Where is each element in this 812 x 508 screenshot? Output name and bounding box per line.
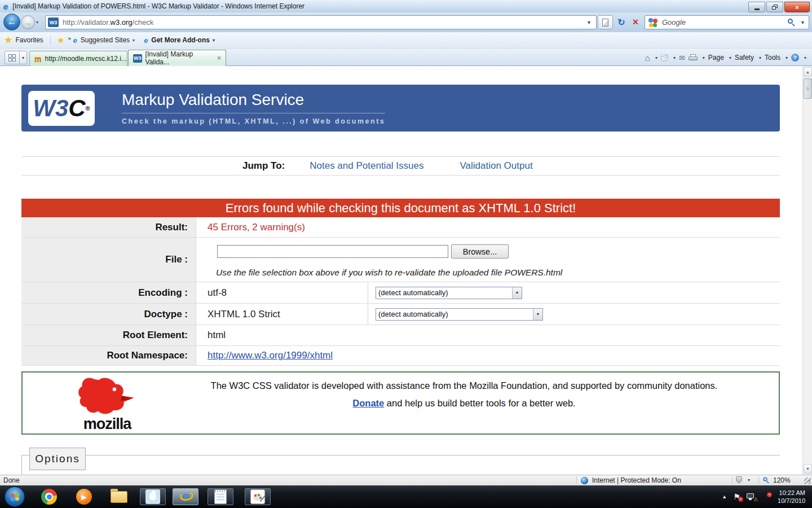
tab-label: [Invalid] Markup Valida...	[145, 50, 213, 66]
get-more-addons-button[interactable]: e Get More Add-ons ▾	[139, 34, 219, 46]
suggested-sites-button[interactable]: e Suggested Sites ▾	[68, 34, 139, 46]
help-icon: ?	[791, 54, 799, 62]
chevron-down-icon: ▾	[748, 478, 750, 483]
feeds-button[interactable]: ▾	[661, 54, 676, 62]
action-center-icon[interactable]: ⚑×	[732, 492, 742, 501]
vertical-scrollbar[interactable]: ▲ ≡ ▼	[802, 66, 812, 475]
browse-button[interactable]: Browse...	[451, 244, 509, 259]
mozilla-line2: Donate and help us build better tools fo…	[161, 398, 767, 409]
warning-icon: ⚠	[753, 497, 758, 502]
mail-icon: ✉	[679, 54, 685, 62]
donate-link[interactable]: Donate	[352, 398, 384, 408]
tools-menu-label: Tools	[765, 54, 780, 62]
compatibility-view-button[interactable]	[598, 15, 613, 29]
tab-moodle[interactable]: m http://moodle.mvcsc.k12.i...	[29, 51, 127, 66]
result-value: 45 Errors, 2 warning(s)	[208, 217, 305, 237]
select-dropdown-icon[interactable]: ▼	[512, 287, 522, 299]
encoding-select-value: (detect automatically)	[376, 288, 448, 297]
ie-logo-icon: e	[3, 2, 8, 11]
network-status-icon[interactable]: ⚠	[747, 493, 756, 501]
forward-button[interactable]: →	[21, 15, 35, 29]
divider	[732, 476, 732, 484]
taskbar: ▶ e ▲ ⚑× ⚠ × 10:22 AM 10/7/2010	[0, 485, 812, 508]
add-to-favorites-bar-button[interactable]: ★ ▸	[53, 34, 69, 46]
tab-validator-active[interactable]: W3 [Invalid] Markup Valida... ×	[128, 50, 226, 66]
suggested-sites-label: Suggested Sites	[81, 36, 130, 44]
zoom-level-button[interactable]: 120% ▾	[762, 476, 810, 484]
taskbar-ie-button-active[interactable]: e	[173, 488, 198, 505]
home-button[interactable]: ⌂ ▾	[645, 53, 657, 63]
safety-menu-button[interactable]: Safety ▾	[735, 54, 761, 62]
error-badge: ×	[738, 497, 743, 502]
favorites-button[interactable]: ★ Favorites	[0, 34, 48, 46]
chevron-down-icon: ▾	[655, 55, 657, 60]
chevron-down-icon: ▾	[213, 38, 215, 43]
printer-icon	[689, 54, 698, 62]
divider	[50, 35, 51, 45]
rss-feed-icon	[661, 54, 668, 62]
read-mail-button[interactable]: ✉	[679, 54, 685, 62]
muted-badge: ×	[767, 492, 772, 497]
tab-list-dropdown[interactable]: ▾	[20, 51, 27, 64]
page-menu-button[interactable]: Page ▾	[708, 54, 731, 62]
resize-grip[interactable]	[804, 478, 811, 484]
options-legend[interactable]: Options	[29, 448, 86, 470]
scrollbar-up-button[interactable]: ▲	[804, 67, 812, 77]
stop-button[interactable]: ×	[629, 15, 642, 29]
quick-tabs-button[interactable]	[5, 51, 20, 64]
table-row-encoding: Encoding : utf-8 (detect automatically) …	[21, 282, 780, 304]
search-icon[interactable]	[788, 19, 796, 27]
link-notes-and-potential-issues[interactable]: Notes and Potential Issues	[310, 160, 423, 172]
start-button[interactable]	[5, 487, 25, 507]
taskbar-clock[interactable]: 10:22 AM 10/7/2010	[778, 489, 805, 505]
close-button[interactable]: ×	[784, 2, 810, 12]
show-hidden-icons-button[interactable]: ▲	[722, 494, 727, 500]
page-menu-label: Page	[708, 54, 724, 62]
search-input[interactable]: Google	[662, 18, 788, 27]
help-button[interactable]: ? ▾	[791, 54, 806, 62]
mozilla-dino-logo	[73, 375, 141, 415]
taskbar-explorer-button[interactable]	[106, 488, 132, 505]
search-options-dropdown[interactable]: ▼	[800, 20, 805, 25]
favorites-label: Favorites	[15, 36, 43, 44]
address-url[interactable]: http://validator.w3.org/check	[63, 18, 584, 27]
w3c-logo[interactable]: W3C®	[28, 91, 95, 126]
title-bar: e [Invalid] Markup Validation of POWERS.…	[0, 0, 812, 12]
restore-button[interactable]	[766, 2, 783, 12]
address-bar[interactable]: W3 http://validator.w3.org/check ▼	[45, 15, 597, 29]
select-dropdown-icon[interactable]: ▼	[533, 309, 542, 320]
back-arrow-icon: ←	[7, 16, 17, 28]
mozilla-banner: mozilla The W3C CSS validator is develop…	[21, 371, 780, 435]
file-upload-input[interactable]	[217, 245, 448, 258]
back-button[interactable]: ←	[3, 14, 20, 30]
refresh-button[interactable]: ↻	[614, 15, 629, 29]
tab-close-icon[interactable]: ×	[217, 54, 221, 62]
taskbar-notepad-button[interactable]	[208, 488, 233, 505]
scrollbar-down-button[interactable]: ▼	[804, 464, 812, 474]
taskbar-paint-button[interactable]	[245, 488, 271, 505]
inprivate-filter-button[interactable]: ▾	[736, 476, 750, 484]
minimize-button[interactable]	[748, 2, 765, 12]
print-button[interactable]: ▾	[689, 54, 705, 62]
address-dropdown-icon[interactable]: ▼	[584, 20, 594, 25]
doctype-select[interactable]: (detect automatically) ▼	[376, 308, 543, 321]
search-box[interactable]: Google ▼	[645, 15, 809, 29]
globe-icon	[581, 477, 588, 484]
minimize-icon	[754, 8, 760, 10]
taskbar-chrome-button[interactable]	[36, 488, 62, 505]
root-namespace-link[interactable]: http://www.w3.org/1999/xhtml	[208, 350, 333, 361]
link-validation-output[interactable]: Validation Output	[460, 160, 532, 172]
zone-text: Internet | Protected Mode: On	[592, 476, 681, 484]
ie-window: e [Invalid] Markup Validation of POWERS.…	[0, 0, 812, 508]
root-element-label: Root Element:	[21, 325, 196, 345]
taskbar-media-player-button[interactable]: ▶	[71, 488, 97, 505]
recent-pages-dropdown[interactable]: ▾	[36, 20, 38, 25]
scrollbar-thumb[interactable]: ≡	[804, 78, 812, 99]
safety-menu-label: Safety	[735, 54, 754, 62]
tools-menu-button[interactable]: Tools ▾	[765, 54, 788, 62]
security-zone-indicator[interactable]: Internet | Protected Mode: On	[581, 476, 681, 484]
encoding-select[interactable]: (detect automatically) ▼	[376, 287, 522, 299]
moodle-favicon: m	[34, 54, 41, 63]
taskbar-app-button[interactable]	[140, 488, 166, 505]
w3c-logo-c: C	[68, 95, 85, 122]
